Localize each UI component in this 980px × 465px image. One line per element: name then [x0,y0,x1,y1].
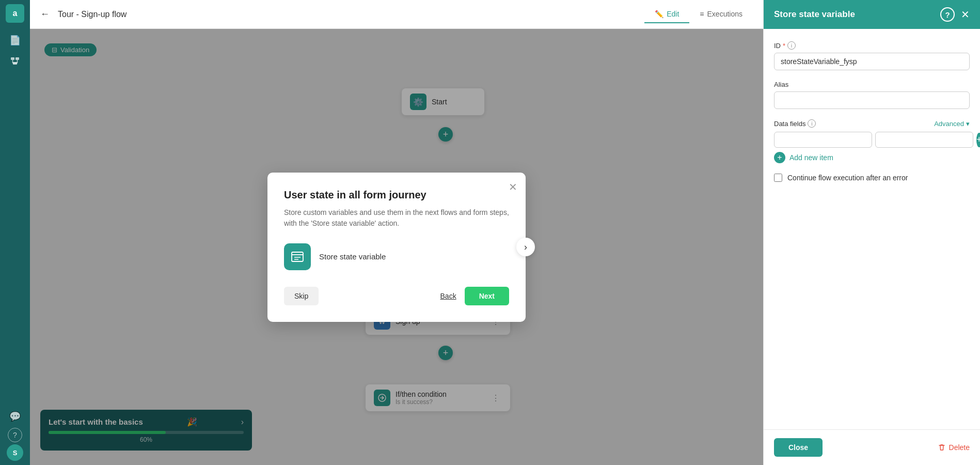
modal-feature-label: Store state variable [319,252,386,261]
add-new-icon: + [774,152,785,163]
data-fields-section: Data fields i Advanced ▾ + − + Add new i… [774,119,970,163]
modal-close-button[interactable]: ✕ [509,181,517,193]
topbar: ← Tour - Sign-up flow ✏️ Edit ≡ Executio… [30,0,763,29]
svg-rect-7 [292,252,303,261]
sidebar-icon-flow[interactable] [6,52,24,70]
panel-close-button[interactable]: ✕ [961,8,970,21]
continue-on-error-label: Continue flow execution after an error [787,174,908,182]
modal-description: Store custom variables and use them in t… [284,207,509,229]
id-field: ID * i [774,41,970,70]
skip-button[interactable]: Skip [284,287,319,305]
sidebar-icon-help[interactable]: ? [8,428,22,442]
close-button[interactable]: Close [774,438,823,457]
panel-title: Store state variable [774,9,940,20]
id-input[interactable] [774,53,970,70]
add-new-item[interactable]: + Add new item [774,152,970,163]
svg-rect-1 [15,57,19,60]
modal-feature-icon [284,243,311,270]
advanced-link[interactable]: Advanced ▾ [934,120,970,128]
data-fields-info-icon[interactable]: i [808,119,816,128]
panel-header: Store state variable ? ✕ [764,0,980,29]
sidebar-bottom: 💬 ? S [6,407,24,461]
alias-field: Alias [774,81,970,109]
id-info-icon[interactable]: i [787,41,796,50]
tab-executions[interactable]: ≡ Executions [689,6,753,23]
tab-edit[interactable]: ✏️ Edit [644,6,689,23]
svg-rect-0 [11,57,14,60]
canvas: ⊟ Validation ⚙️ Start + W Sign up ⋮ + [30,29,763,465]
data-field-key-input[interactable] [774,132,872,148]
panel-help-button[interactable]: ? [940,7,955,22]
continue-on-error-row: Continue flow execution after an error [774,174,970,182]
modal-footer: Skip Back Next [284,287,509,305]
sidebar-icon-page[interactable]: 📄 [6,31,24,50]
continue-on-error-checkbox[interactable] [774,174,782,182]
delete-button[interactable]: Delete [938,443,970,452]
topbar-tabs: ✏️ Edit ≡ Executions [644,6,753,23]
alias-input[interactable] [774,91,970,109]
page-title: Tour - Sign-up flow [58,10,127,19]
back-button[interactable]: ← [40,9,50,20]
panel-footer: Close Delete [764,429,980,465]
sidebar: a 📄 💬 ? S [0,0,30,465]
panel-body: ID * i Alias Data fields i Advanced [764,29,980,429]
back-button-modal[interactable]: Back [440,292,456,300]
main-area: ← Tour - Sign-up flow ✏️ Edit ≡ Executio… [30,0,763,465]
sidebar-avatar[interactable]: S [7,444,23,461]
delete-icon [938,443,946,452]
add-field-button[interactable]: + [976,133,980,147]
sidebar-icon-chat[interactable]: 💬 [6,407,24,426]
data-field-value-input[interactable] [875,132,973,148]
modal-nav-arrow[interactable]: › [516,238,535,256]
modal-title: User state in all form journey [284,189,509,201]
data-fields-row: + − [774,132,970,148]
sidebar-logo[interactable]: a [6,4,24,23]
modal-feature: Store state variable [284,243,509,270]
next-button[interactable]: Next [465,287,509,305]
modal-overlay: ✕ User state in all form journey Store c… [30,29,763,465]
modal: ✕ User state in all form journey Store c… [267,173,526,322]
right-panel: Store state variable ? ✕ ID * i Alias Da… [763,0,980,465]
